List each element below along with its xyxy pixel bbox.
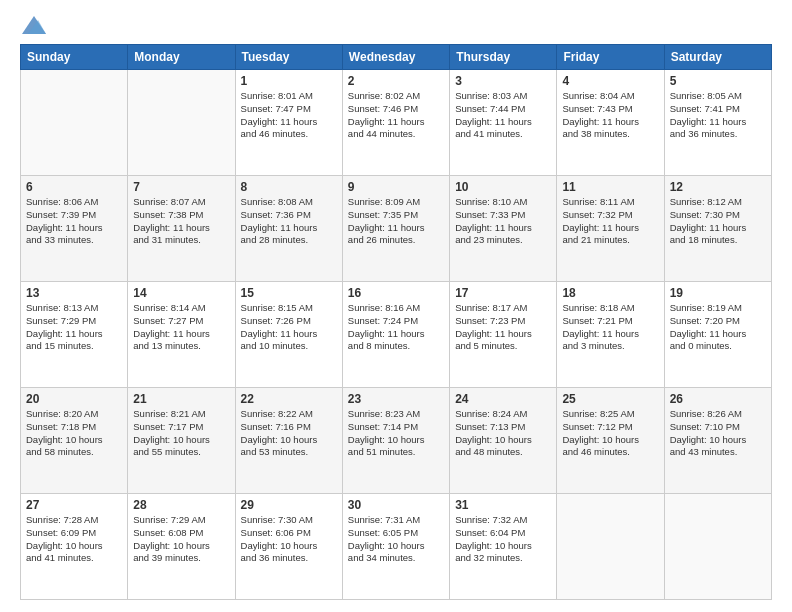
weekday-header-monday: Monday [128, 45, 235, 70]
calendar-cell: 4Sunrise: 8:04 AMSunset: 7:43 PMDaylight… [557, 70, 664, 176]
day-number: 14 [133, 286, 229, 300]
day-number: 9 [348, 180, 444, 194]
cell-text: Sunrise: 8:25 AMSunset: 7:12 PMDaylight:… [562, 408, 658, 459]
week-row-3: 13Sunrise: 8:13 AMSunset: 7:29 PMDayligh… [21, 282, 772, 388]
cell-text: Sunrise: 8:22 AMSunset: 7:16 PMDaylight:… [241, 408, 337, 459]
day-number: 26 [670, 392, 766, 406]
cell-text: Sunrise: 8:02 AMSunset: 7:46 PMDaylight:… [348, 90, 444, 141]
day-number: 31 [455, 498, 551, 512]
calendar-cell: 28Sunrise: 7:29 AMSunset: 6:08 PMDayligh… [128, 494, 235, 600]
day-number: 1 [241, 74, 337, 88]
cell-text: Sunrise: 8:08 AMSunset: 7:36 PMDaylight:… [241, 196, 337, 247]
day-number: 19 [670, 286, 766, 300]
cell-text: Sunrise: 8:09 AMSunset: 7:35 PMDaylight:… [348, 196, 444, 247]
calendar-cell: 19Sunrise: 8:19 AMSunset: 7:20 PMDayligh… [664, 282, 771, 388]
day-number: 20 [26, 392, 122, 406]
weekday-header-saturday: Saturday [664, 45, 771, 70]
weekday-header-friday: Friday [557, 45, 664, 70]
day-number: 12 [670, 180, 766, 194]
calendar-cell: 27Sunrise: 7:28 AMSunset: 6:09 PMDayligh… [21, 494, 128, 600]
day-number: 28 [133, 498, 229, 512]
day-number: 24 [455, 392, 551, 406]
calendar-cell [557, 494, 664, 600]
day-number: 21 [133, 392, 229, 406]
calendar-cell: 14Sunrise: 8:14 AMSunset: 7:27 PMDayligh… [128, 282, 235, 388]
day-number: 2 [348, 74, 444, 88]
cell-text: Sunrise: 8:07 AMSunset: 7:38 PMDaylight:… [133, 196, 229, 247]
cell-text: Sunrise: 8:20 AMSunset: 7:18 PMDaylight:… [26, 408, 122, 459]
calendar-cell: 15Sunrise: 8:15 AMSunset: 7:26 PMDayligh… [235, 282, 342, 388]
calendar-cell: 3Sunrise: 8:03 AMSunset: 7:44 PMDaylight… [450, 70, 557, 176]
calendar-cell: 12Sunrise: 8:12 AMSunset: 7:30 PMDayligh… [664, 176, 771, 282]
day-number: 4 [562, 74, 658, 88]
calendar-cell: 2Sunrise: 8:02 AMSunset: 7:46 PMDaylight… [342, 70, 449, 176]
week-row-1: 1Sunrise: 8:01 AMSunset: 7:47 PMDaylight… [21, 70, 772, 176]
calendar-cell: 11Sunrise: 8:11 AMSunset: 7:32 PMDayligh… [557, 176, 664, 282]
cell-text: Sunrise: 8:06 AMSunset: 7:39 PMDaylight:… [26, 196, 122, 247]
cell-text: Sunrise: 8:24 AMSunset: 7:13 PMDaylight:… [455, 408, 551, 459]
calendar-cell [664, 494, 771, 600]
cell-text: Sunrise: 8:13 AMSunset: 7:29 PMDaylight:… [26, 302, 122, 353]
cell-text: Sunrise: 8:26 AMSunset: 7:10 PMDaylight:… [670, 408, 766, 459]
calendar-cell: 20Sunrise: 8:20 AMSunset: 7:18 PMDayligh… [21, 388, 128, 494]
calendar-cell: 16Sunrise: 8:16 AMSunset: 7:24 PMDayligh… [342, 282, 449, 388]
day-number: 11 [562, 180, 658, 194]
weekday-header-thursday: Thursday [450, 45, 557, 70]
cell-text: Sunrise: 7:32 AMSunset: 6:04 PMDaylight:… [455, 514, 551, 565]
day-number: 18 [562, 286, 658, 300]
calendar-cell: 18Sunrise: 8:18 AMSunset: 7:21 PMDayligh… [557, 282, 664, 388]
calendar-cell: 29Sunrise: 7:30 AMSunset: 6:06 PMDayligh… [235, 494, 342, 600]
cell-text: Sunrise: 8:03 AMSunset: 7:44 PMDaylight:… [455, 90, 551, 141]
day-number: 16 [348, 286, 444, 300]
calendar-cell: 10Sunrise: 8:10 AMSunset: 7:33 PMDayligh… [450, 176, 557, 282]
calendar-table: SundayMondayTuesdayWednesdayThursdayFrid… [20, 44, 772, 600]
day-number: 7 [133, 180, 229, 194]
cell-text: Sunrise: 7:29 AMSunset: 6:08 PMDaylight:… [133, 514, 229, 565]
page: SundayMondayTuesdayWednesdayThursdayFrid… [0, 0, 792, 612]
calendar-cell: 17Sunrise: 8:17 AMSunset: 7:23 PMDayligh… [450, 282, 557, 388]
calendar-cell: 30Sunrise: 7:31 AMSunset: 6:05 PMDayligh… [342, 494, 449, 600]
cell-text: Sunrise: 8:05 AMSunset: 7:41 PMDaylight:… [670, 90, 766, 141]
day-number: 13 [26, 286, 122, 300]
day-number: 25 [562, 392, 658, 406]
cell-text: Sunrise: 8:10 AMSunset: 7:33 PMDaylight:… [455, 196, 551, 247]
calendar-cell: 24Sunrise: 8:24 AMSunset: 7:13 PMDayligh… [450, 388, 557, 494]
calendar-cell: 25Sunrise: 8:25 AMSunset: 7:12 PMDayligh… [557, 388, 664, 494]
calendar-cell: 8Sunrise: 8:08 AMSunset: 7:36 PMDaylight… [235, 176, 342, 282]
cell-text: Sunrise: 8:19 AMSunset: 7:20 PMDaylight:… [670, 302, 766, 353]
weekday-header-sunday: Sunday [21, 45, 128, 70]
weekday-header-tuesday: Tuesday [235, 45, 342, 70]
cell-text: Sunrise: 8:17 AMSunset: 7:23 PMDaylight:… [455, 302, 551, 353]
cell-text: Sunrise: 8:14 AMSunset: 7:27 PMDaylight:… [133, 302, 229, 353]
week-row-4: 20Sunrise: 8:20 AMSunset: 7:18 PMDayligh… [21, 388, 772, 494]
logo [20, 16, 46, 34]
day-number: 22 [241, 392, 337, 406]
calendar-cell [128, 70, 235, 176]
day-number: 8 [241, 180, 337, 194]
day-number: 10 [455, 180, 551, 194]
cell-text: Sunrise: 8:18 AMSunset: 7:21 PMDaylight:… [562, 302, 658, 353]
calendar-cell: 1Sunrise: 8:01 AMSunset: 7:47 PMDaylight… [235, 70, 342, 176]
week-row-2: 6Sunrise: 8:06 AMSunset: 7:39 PMDaylight… [21, 176, 772, 282]
day-number: 27 [26, 498, 122, 512]
week-row-5: 27Sunrise: 7:28 AMSunset: 6:09 PMDayligh… [21, 494, 772, 600]
day-number: 5 [670, 74, 766, 88]
cell-text: Sunrise: 8:16 AMSunset: 7:24 PMDaylight:… [348, 302, 444, 353]
day-number: 15 [241, 286, 337, 300]
calendar-cell: 22Sunrise: 8:22 AMSunset: 7:16 PMDayligh… [235, 388, 342, 494]
calendar-cell: 7Sunrise: 8:07 AMSunset: 7:38 PMDaylight… [128, 176, 235, 282]
cell-text: Sunrise: 8:01 AMSunset: 7:47 PMDaylight:… [241, 90, 337, 141]
cell-text: Sunrise: 7:28 AMSunset: 6:09 PMDaylight:… [26, 514, 122, 565]
cell-text: Sunrise: 7:30 AMSunset: 6:06 PMDaylight:… [241, 514, 337, 565]
day-number: 23 [348, 392, 444, 406]
calendar-cell: 21Sunrise: 8:21 AMSunset: 7:17 PMDayligh… [128, 388, 235, 494]
day-number: 30 [348, 498, 444, 512]
weekday-header-row: SundayMondayTuesdayWednesdayThursdayFrid… [21, 45, 772, 70]
cell-text: Sunrise: 8:11 AMSunset: 7:32 PMDaylight:… [562, 196, 658, 247]
weekday-header-wednesday: Wednesday [342, 45, 449, 70]
cell-text: Sunrise: 8:04 AMSunset: 7:43 PMDaylight:… [562, 90, 658, 141]
day-number: 6 [26, 180, 122, 194]
cell-text: Sunrise: 8:23 AMSunset: 7:14 PMDaylight:… [348, 408, 444, 459]
day-number: 17 [455, 286, 551, 300]
logo-icon [22, 16, 46, 34]
